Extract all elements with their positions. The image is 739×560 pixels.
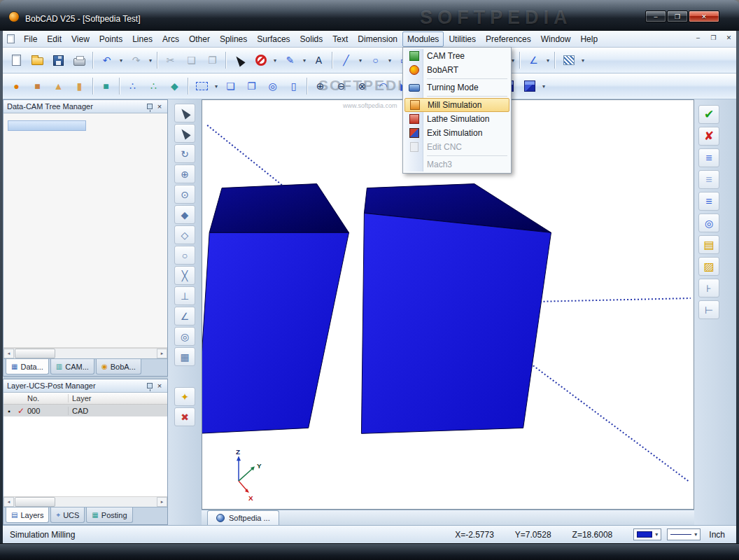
select-button[interactable] [229,50,249,71]
menu-edit[interactable]: Edit [42,31,66,47]
color-select[interactable] [633,528,661,540]
close-icon[interactable] [155,382,164,390]
snap-point-button[interactable]: ⊙ [174,185,195,204]
tab-data[interactable]: ▦ Data... [6,359,49,374]
pin-icon[interactable] [147,104,153,109]
solid-box-left[interactable] [202,184,349,434]
scroll-right-icon[interactable] [157,349,167,358]
cancel-button[interactable]: ✘ [698,127,719,146]
horizontal-scrollbar[interactable] [3,348,167,358]
line-button[interactable]: ╱ [335,50,364,71]
wire-sphere-button[interactable]: ◎ [262,76,283,97]
solid-cube-button[interactable]: ■ [27,76,48,97]
tab-bobart[interactable]: ◉ BobA... [96,359,141,374]
menu-dimension[interactable]: Dimension [353,31,402,47]
menu-help[interactable]: Help [575,31,603,47]
mdi-minimize-button[interactable]: – [694,34,703,41]
select-arrow-button[interactable] [174,104,195,122]
regen-button[interactable]: ◎ [698,214,719,232]
extrude-button[interactable]: ❏ [220,76,241,97]
fillet-button[interactable]: ◠ [373,76,393,97]
boolean-intersect-button[interactable]: ⊗ [352,76,372,97]
menu-item-turning-mode[interactable]: Turning Mode [404,80,509,94]
snap-midpoint-button[interactable]: ◇ [174,225,195,244]
menu-window[interactable]: Window [536,31,576,47]
marquee-button[interactable] [191,76,220,97]
snap-origin-button[interactable]: ⊕ [174,164,195,183]
paste-button[interactable]: ❐ [202,50,223,71]
print-button[interactable] [69,50,90,71]
menu-file[interactable]: File [19,31,42,47]
snap-endpoint-button[interactable]: ◆ [174,205,195,224]
prism-button[interactable]: ◆ [164,76,185,97]
hatch-button[interactable] [558,50,586,71]
new-button[interactable] [6,50,27,71]
stop-button[interactable]: ✖ [174,407,195,426]
undo-button[interactable]: ↶ [96,50,125,71]
dimension-angle-button[interactable]: ∠ [523,50,551,71]
tab-ucs[interactable]: ⌖ UCS [50,507,85,523]
ok-button[interactable]: ✔ [698,105,719,124]
solid-cylinder-button[interactable]: ▮ [69,76,90,97]
scroll-track[interactable] [56,497,157,507]
menu-surfaces[interactable]: Surfaces [252,31,295,47]
snap-center-button[interactable]: ○ [174,246,195,265]
copy-button[interactable]: ❏ [181,50,202,71]
menu-item-cam-tree[interactable]: CAM Tree [404,49,509,63]
minimize-button[interactable]: – [645,10,666,22]
visible-check-icon[interactable] [15,406,27,416]
dim-edit-button[interactable]: ⊢ [698,300,719,319]
snap-perpendicular-button[interactable]: ⊥ [174,286,195,305]
scroll-thumb[interactable] [15,349,55,358]
keyboard-button[interactable]: ▤ [698,235,719,254]
menu-item-edit-cnc[interactable]: Edit CNC [404,140,509,154]
verify-points-button[interactable]: ∴ [122,76,143,97]
menu-splines[interactable]: Splines [215,31,252,47]
scroll-left-icon[interactable] [3,349,14,358]
tab-posting[interactable]: ▦ Posting [86,507,132,523]
menu-arcs[interactable]: Arcs [157,31,184,47]
menu-modules[interactable]: Modules [402,31,444,47]
menu-points[interactable]: Points [94,31,127,47]
mdi-restore-button[interactable]: ❐ [709,34,718,41]
attributes-button[interactable]: A [309,50,329,71]
menu-item-lathe-simulation[interactable]: Lathe Simulation [404,112,509,126]
solid-cone-button[interactable]: ▲ [48,76,69,97]
menu-utilities[interactable]: Utilities [444,31,481,47]
close-icon[interactable] [155,102,164,111]
cam-list-2-button[interactable]: ≡ [698,192,719,211]
cam-tree-body[interactable] [3,113,167,348]
maximize-button[interactable]: ❐ [667,10,688,22]
select-window-button[interactable] [174,124,195,143]
boolean-union-button[interactable]: ⊕ [310,76,330,97]
rotate-view-button[interactable]: ↻ [174,144,195,163]
save-button[interactable] [48,50,69,71]
horizontal-scrollbar[interactable] [3,496,167,507]
document-tab[interactable]: Softpedia ... [207,510,279,525]
tab-cam[interactable]: ▥ CAM... [50,359,94,374]
solid-box-right[interactable] [361,184,551,434]
redo-button[interactable]: ↷ [125,50,154,71]
menu-solids[interactable]: Solids [295,31,328,47]
close-button[interactable]: ✕ [689,10,719,22]
menu-item-mill-simulation[interactable]: Mill Simulation [404,98,509,112]
menu-lines[interactable]: Lines [127,31,157,47]
menu-other[interactable]: Other [184,31,215,47]
layer-row[interactable]: 000 CAD [3,405,167,416]
mdi-close-button[interactable]: ✕ [724,34,733,41]
snap-angle-button[interactable]: ∠ [174,307,195,326]
point-button[interactable]: ● [6,76,27,97]
circle-button[interactable]: ○ [365,50,393,71]
menu-view[interactable]: View [66,31,94,47]
ruler-button[interactable]: ▨ [698,257,719,276]
menu-item-exit-simulation[interactable]: Exit Simulation [404,126,509,140]
scroll-track[interactable] [56,349,157,358]
menu-preferences[interactable]: Preferences [481,31,536,47]
cam-list-light-button[interactable]: ≡ [698,170,719,189]
open-button[interactable] [27,50,48,71]
snap-intersection-button[interactable]: ╳ [174,266,195,285]
scroll-thumb[interactable] [15,497,55,507]
revolve-button[interactable]: ❐ [241,76,262,97]
cam-list-button[interactable]: ≡ [698,148,719,167]
dim-toggle-button[interactable]: ⊦ [698,279,719,298]
